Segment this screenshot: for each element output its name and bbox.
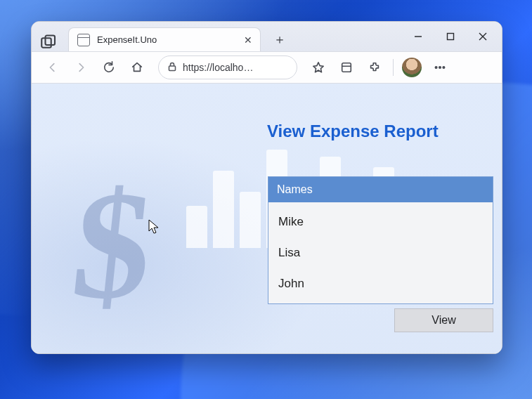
names-list-item[interactable]: Lisa bbox=[268, 237, 493, 268]
names-list: Mike Lisa John bbox=[268, 202, 493, 303]
nav-refresh-button[interactable] bbox=[96, 55, 122, 80]
names-list-item[interactable]: Mike bbox=[268, 207, 493, 237]
view-button[interactable]: View bbox=[394, 308, 493, 332]
lock-icon bbox=[167, 62, 177, 74]
address-bar[interactable]: https://localho… bbox=[158, 55, 297, 79]
favorites-button[interactable] bbox=[306, 55, 331, 80]
collections-button[interactable] bbox=[334, 55, 359, 80]
names-panel-header: Names bbox=[268, 177, 493, 202]
browser-titlebar: ExpenseIt.Uno ✕ ＋ bbox=[32, 22, 502, 51]
new-tab-button[interactable]: ＋ bbox=[268, 27, 292, 51]
tab-actions-icon[interactable] bbox=[40, 34, 57, 51]
address-bar-url: https://localho… bbox=[183, 62, 288, 73]
window-close-button[interactable] bbox=[467, 22, 499, 51]
more-menu-button[interactable] bbox=[427, 55, 453, 80]
browser-toolbar: https://localho… bbox=[32, 51, 502, 84]
extensions-button[interactable] bbox=[362, 55, 387, 80]
svg-rect-6 bbox=[169, 66, 176, 71]
svg-rect-8 bbox=[342, 63, 351, 72]
window-maximize-button[interactable] bbox=[434, 22, 467, 51]
browser-window: ExpenseIt.Uno ✕ ＋ https://localho… bbox=[31, 21, 502, 354]
svg-marker-7 bbox=[313, 63, 323, 72]
nav-home-button[interactable] bbox=[124, 55, 150, 80]
svg-point-11 bbox=[439, 67, 441, 69]
svg-point-10 bbox=[435, 67, 437, 69]
svg-rect-3 bbox=[448, 34, 454, 40]
tab-title: ExpenseIt.Uno bbox=[97, 34, 157, 45]
page-title: View Expense Report bbox=[267, 122, 439, 141]
browser-tab[interactable]: ExpenseIt.Uno ✕ bbox=[68, 27, 261, 51]
names-list-item[interactable]: John bbox=[268, 268, 493, 299]
tab-favicon bbox=[77, 34, 90, 46]
svg-rect-1 bbox=[46, 36, 56, 46]
svg-rect-0 bbox=[41, 38, 51, 48]
nav-back-button[interactable] bbox=[40, 55, 65, 80]
page-viewport: $ View Expense Report Names Mike Lisa Jo… bbox=[32, 84, 502, 353]
names-panel: Names Mike Lisa John bbox=[268, 176, 493, 304]
nav-forward-button[interactable] bbox=[68, 55, 93, 80]
svg-point-12 bbox=[443, 67, 445, 69]
tab-close-button[interactable]: ✕ bbox=[242, 34, 254, 46]
window-minimize-button[interactable] bbox=[402, 22, 434, 51]
toolbar-separator bbox=[393, 59, 394, 76]
window-controls bbox=[402, 22, 499, 51]
profile-avatar[interactable] bbox=[402, 58, 422, 77]
